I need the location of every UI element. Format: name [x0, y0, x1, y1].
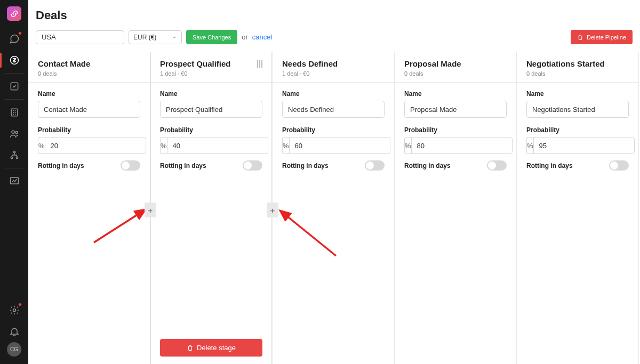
probability-input[interactable] [167, 137, 268, 154]
pipeline-stage: Negotiations Started 0 deals Name Probab… [517, 52, 639, 364]
sidebar-tasks[interactable] [0, 76, 28, 97]
rotting-toggle[interactable] [121, 160, 140, 171]
probability-label: Probability [282, 126, 385, 134]
svg-rect-2 [11, 109, 18, 116]
percent-prefix: % [160, 137, 167, 154]
stage-sub: 0 deals [38, 70, 140, 77]
pipeline-stage: Needs Defined 1 deal · €0 Name Probabili… [273, 52, 395, 364]
sidebar-org[interactable] [0, 144, 28, 166]
stage-sub: 0 deals [526, 70, 629, 77]
percent-prefix: % [404, 137, 411, 154]
add-stage-button[interactable]: + [145, 203, 156, 217]
stage-name-input[interactable] [526, 101, 629, 118]
stage-name-input[interactable] [160, 101, 262, 118]
name-label: Name [404, 90, 507, 98]
rotting-label: Rotting in days [282, 162, 329, 169]
svg-point-9 [13, 309, 15, 312]
pipeline-stage: Prospect Qualified 1 deal · €0 Name Prob… [150, 52, 273, 364]
probability-label: Probability [160, 126, 262, 134]
stage-title: Negotiations Started [526, 59, 605, 68]
rotting-label: Rotting in days [160, 162, 206, 169]
probability-input[interactable] [533, 137, 635, 154]
probability-label: Probability [404, 126, 507, 134]
stage-name-input[interactable] [282, 101, 385, 118]
probability-label: Probability [526, 126, 629, 134]
probability-input[interactable] [45, 137, 146, 154]
trash-icon [187, 344, 194, 351]
stage-title: Proposal Made [404, 59, 461, 68]
rotting-label: Rotting in days [404, 162, 451, 169]
stage-sub: 1 deal · €0 [160, 70, 262, 77]
pipeline-stage: Proposal Made 0 deals Name Probability %… [395, 52, 517, 364]
sidebar-notifications[interactable] [0, 321, 28, 342]
stage-sub: 1 deal · €0 [282, 70, 385, 77]
stage-title: Needs Defined [282, 59, 338, 68]
save-button[interactable]: Save Changes [186, 30, 237, 44]
sidebar-reports[interactable] [0, 171, 28, 192]
svg-point-3 [12, 131, 14, 133]
stage-name-input[interactable] [38, 101, 140, 118]
trash-icon [577, 34, 583, 41]
percent-prefix: % [282, 137, 289, 154]
sidebar: CG [0, 0, 28, 364]
probability-input[interactable] [289, 137, 390, 154]
rotting-toggle[interactable] [609, 160, 629, 171]
notification-dot [18, 303, 22, 306]
svg-point-4 [15, 131, 18, 133]
svg-point-5 [13, 151, 15, 153]
page-title: Deals [36, 9, 633, 22]
probability-input[interactable] [411, 137, 513, 154]
chevron-down-icon [172, 35, 177, 40]
sidebar-people[interactable] [0, 123, 28, 144]
drag-handle-icon[interactable] [257, 60, 262, 68]
currency-select[interactable]: EUR (€) [129, 30, 182, 44]
delete-stage-button[interactable]: Delete stage [160, 339, 262, 357]
rotting-toggle[interactable] [243, 160, 262, 171]
name-label: Name [160, 90, 262, 98]
pipeline-columns: Contact Made 0 deals Name Probability % … [28, 52, 640, 364]
add-stage-button[interactable]: + [267, 203, 278, 217]
rotting-toggle[interactable] [487, 160, 507, 171]
sidebar-settings[interactable] [0, 300, 28, 321]
name-label: Name [526, 90, 629, 98]
user-avatar[interactable]: CG [7, 342, 21, 357]
name-label: Name [282, 90, 385, 98]
or-text: or [242, 33, 248, 41]
stage-title: Contact Made [38, 59, 90, 68]
sidebar-chat[interactable] [0, 28, 28, 50]
currency-value: EUR (€) [133, 34, 156, 41]
sidebar-deals[interactable] [0, 50, 28, 71]
probability-label: Probability [38, 126, 140, 134]
notification-dot [18, 31, 22, 35]
svg-point-7 [16, 157, 18, 158]
percent-prefix: % [38, 137, 45, 154]
rotting-toggle[interactable] [365, 160, 385, 171]
app-logo[interactable] [7, 6, 21, 21]
percent-prefix: % [526, 137, 533, 154]
cancel-link[interactable]: cancel [252, 33, 273, 41]
pipeline-name-input[interactable] [36, 30, 124, 44]
pipeline-stage: Contact Made 0 deals Name Probability % … [28, 52, 150, 364]
name-label: Name [38, 90, 140, 98]
svg-point-6 [11, 157, 12, 158]
rotting-label: Rotting in days [526, 162, 573, 169]
stage-name-input[interactable] [404, 101, 507, 118]
stage-sub: 0 deals [404, 70, 507, 77]
delete-pipeline-button[interactable]: Delete Pipeline [571, 30, 633, 44]
sidebar-company[interactable] [0, 102, 28, 123]
rotting-label: Rotting in days [38, 162, 84, 169]
stage-title: Prospect Qualified [160, 59, 231, 68]
